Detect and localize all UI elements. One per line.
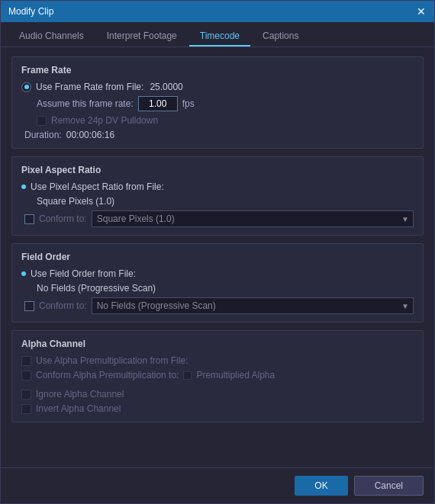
field-order-section: Field Order Use Field Order from File: N… bbox=[11, 243, 424, 323]
ok-button[interactable]: OK bbox=[295, 476, 347, 496]
field-order-title: Field Order bbox=[21, 252, 414, 262]
field-conform-row: Conform to: No Fields (Progressive Scan)… bbox=[24, 297, 414, 314]
remove-pulldown-checkbox[interactable] bbox=[37, 116, 47, 126]
use-alpha-premult-label: Use Alpha Premultiplication from File: bbox=[36, 355, 188, 366]
duration-row: Duration: 00:00:06:16 bbox=[24, 130, 414, 140]
pixel-aspect-file-value-row: Square Pixels (1.0) bbox=[37, 196, 414, 207]
pixel-aspect-bullet bbox=[21, 185, 26, 189]
pixel-conform-label: Conform to: bbox=[39, 213, 87, 224]
pixel-conform-select-wrap: Square Pixels (1.0) ▼ bbox=[92, 210, 414, 227]
frame-rate-input[interactable] bbox=[138, 96, 178, 111]
pixel-aspect-title: Pixel Aspect Ratio bbox=[21, 165, 414, 175]
alpha-channel-section: Alpha Channel Use Alpha Premultiplicatio… bbox=[11, 330, 424, 422]
invert-alpha-label: Invert Alpha Channel bbox=[36, 403, 121, 414]
invert-alpha-row: Invert Alpha Channel bbox=[21, 403, 414, 414]
close-button[interactable]: ✕ bbox=[414, 5, 428, 18]
tabs-bar: Audio Channels Interpret Footage Timecod… bbox=[1, 22, 434, 47]
use-pixel-aspect-row: Use Pixel Aspect Ratio from File: bbox=[21, 181, 414, 192]
use-field-order-row: Use Field Order from File: bbox=[21, 268, 414, 279]
frame-rate-value: 25.0000 bbox=[150, 82, 182, 92]
dialog-title: Modify Clip bbox=[8, 6, 53, 17]
tab-captions[interactable]: Captions bbox=[252, 27, 309, 47]
remove-pulldown-row: Remove 24p DV Pulldown bbox=[37, 115, 414, 126]
use-field-order-label: Use Field Order from File: bbox=[31, 268, 136, 279]
ignore-alpha-row: Ignore Alpha Channel bbox=[21, 389, 414, 400]
use-frame-rate-label: Use Frame Rate from File: bbox=[36, 82, 143, 92]
frame-rate-section: Frame Rate Use Frame Rate from File: 25.… bbox=[11, 56, 424, 149]
field-conform-checkbox[interactable] bbox=[24, 301, 34, 311]
field-conform-select-wrap: No Fields (Progressive Scan) ▼ bbox=[92, 297, 414, 314]
tab-audio-channels[interactable]: Audio Channels bbox=[8, 27, 95, 47]
conform-alpha-premult-label: Conform Alpha Premultiplication to: bbox=[36, 370, 179, 380]
remove-pulldown-label: Remove 24p DV Pulldown bbox=[51, 115, 158, 126]
ignore-alpha-checkbox[interactable] bbox=[21, 390, 31, 400]
use-frame-rate-row: Use Frame Rate from File: 25.0000 bbox=[21, 82, 414, 92]
use-alpha-premult-row: Use Alpha Premultiplication from File: bbox=[21, 355, 414, 366]
premult-alpha-value: Premultiplied Alpha bbox=[196, 370, 275, 380]
pixel-conform-select[interactable]: Square Pixels (1.0) bbox=[92, 210, 414, 227]
conform-alpha-premult-checkbox[interactable] bbox=[21, 371, 31, 380]
dialog-footer: OK Cancel bbox=[1, 467, 434, 503]
field-order-bullet bbox=[21, 271, 26, 276]
field-conform-select[interactable]: No Fields (Progressive Scan) bbox=[92, 297, 414, 314]
invert-alpha-checkbox[interactable] bbox=[21, 404, 31, 414]
pixel-conform-row: Conform to: Square Pixels (1.0) ▼ bbox=[24, 210, 414, 227]
assume-frame-rate-label: Assume this frame rate: bbox=[37, 98, 134, 109]
dialog-content: Frame Rate Use Frame Rate from File: 25.… bbox=[1, 47, 434, 467]
alpha-channel-title: Alpha Channel bbox=[21, 339, 414, 349]
duration-value: 00:00:06:16 bbox=[66, 130, 114, 140]
use-pixel-aspect-label: Use Pixel Aspect Ratio from File: bbox=[31, 181, 164, 192]
premult-alpha-check bbox=[183, 371, 192, 380]
tab-timecode[interactable]: Timecode bbox=[189, 27, 250, 47]
pixel-aspect-section: Pixel Aspect Ratio Use Pixel Aspect Rati… bbox=[11, 156, 424, 236]
use-alpha-premult-checkbox[interactable] bbox=[21, 356, 31, 366]
fps-label: fps bbox=[182, 98, 195, 109]
tab-interpret-footage[interactable]: Interpret Footage bbox=[96, 27, 188, 47]
modify-clip-dialog: Modify Clip ✕ Audio Channels Interpret F… bbox=[0, 0, 435, 504]
field-conform-label: Conform to: bbox=[39, 300, 87, 311]
field-order-file-value-row: No Fields (Progressive Scan) bbox=[37, 283, 414, 294]
pixel-conform-checkbox[interactable] bbox=[24, 214, 34, 224]
assume-frame-rate-row: Assume this frame rate: fps bbox=[37, 96, 414, 111]
title-bar: Modify Clip ✕ bbox=[1, 1, 434, 22]
frame-rate-title: Frame Rate bbox=[21, 65, 414, 75]
pixel-aspect-file-value: Square Pixels (1.0) bbox=[37, 196, 114, 207]
cancel-button[interactable]: Cancel bbox=[354, 476, 424, 496]
ignore-alpha-label: Ignore Alpha Channel bbox=[36, 389, 124, 400]
conform-alpha-premult-row: Conform Alpha Premultiplication to: Prem… bbox=[21, 370, 414, 380]
field-order-file-value: No Fields (Progressive Scan) bbox=[37, 283, 156, 294]
duration-label: Duration: bbox=[24, 130, 62, 140]
use-frame-rate-radio[interactable] bbox=[21, 82, 31, 92]
